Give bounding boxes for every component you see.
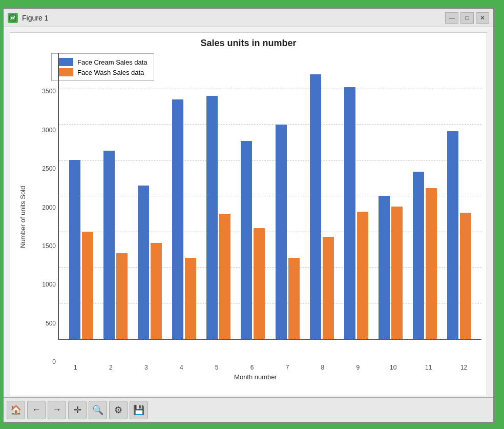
chart-container: Number of units Sold 0500100015002000250… [15, 53, 481, 381]
title-bar: Figure 1 — □ ✕ [4, 9, 493, 27]
window-icon [8, 13, 18, 23]
bar-face-cream [103, 151, 115, 339]
bar-face-cream [206, 96, 218, 339]
pan-button[interactable]: ✛ [68, 401, 87, 419]
bar-face-cream [447, 131, 458, 339]
y-tick-label: 1000 [42, 281, 56, 288]
x-tick-label: 12 [446, 362, 481, 371]
bar-group [64, 53, 98, 339]
bar-group [98, 53, 133, 339]
bar-face-wash [460, 213, 471, 339]
y-tick-label: 0 [52, 358, 56, 365]
bar-face-wash [116, 253, 128, 339]
y-axis-label: Number of units Sold [15, 53, 30, 381]
chart-title: Sales units in number [15, 38, 481, 49]
bar-face-cream [138, 186, 149, 339]
y-tick-labels: 0500100015002000250030003500 [30, 53, 58, 362]
x-axis-label: Month number [30, 373, 481, 381]
bar-group [201, 53, 236, 339]
chart-inner: 0500100015002000250030003500 12345678910… [30, 53, 481, 381]
bar-face-wash [219, 214, 230, 339]
x-labels-row: 123456789101112 [30, 362, 481, 371]
window-title: Figure 1 [22, 14, 445, 22]
bar-face-cream [413, 172, 424, 339]
x-tick-label: 10 [375, 362, 411, 371]
chart-plot: 0500100015002000250030003500 [30, 53, 481, 362]
x-tick-label: 5 [199, 362, 235, 371]
home-button[interactable]: 🏠 [7, 401, 25, 419]
maximize-button[interactable]: □ [460, 12, 474, 24]
bar-group [167, 53, 201, 339]
bar-face-wash [426, 188, 437, 339]
figure-window: Figure 1 — □ ✕ Sales units in number Fac… [3, 8, 494, 423]
chart-area: Sales units in number Face Cream Sales d… [10, 32, 487, 396]
bar-face-wash [357, 212, 368, 339]
close-button[interactable]: ✕ [476, 12, 489, 24]
bar-face-wash [185, 258, 196, 339]
back-button[interactable]: ← [27, 401, 46, 419]
bar-face-cream [344, 87, 355, 339]
x-tick-label: 1 [58, 362, 93, 371]
y-tick-label: 1500 [42, 242, 56, 250]
x-tick-label: 8 [305, 362, 340, 371]
bar-group [442, 53, 476, 339]
x-tick-label: 7 [270, 362, 305, 371]
bar-face-wash [288, 258, 300, 339]
bar-group [305, 53, 339, 339]
x-tick-label: 11 [411, 362, 446, 371]
x-tick-label: 9 [340, 362, 375, 371]
bar-face-wash [151, 243, 162, 339]
x-tick-label: 3 [129, 362, 164, 371]
y-grid-line [59, 339, 481, 339]
bars-area [59, 53, 481, 339]
y-tick-label: 2000 [42, 204, 56, 211]
x-tick-label: 2 [93, 362, 129, 371]
bar-group [339, 53, 373, 339]
settings-button[interactable]: ⚙ [109, 401, 128, 419]
bar-face-wash [323, 237, 334, 339]
forward-button[interactable]: → [48, 401, 66, 419]
minimize-button[interactable]: — [445, 12, 458, 24]
grid-bars [58, 53, 481, 340]
bar-face-cream [172, 99, 183, 339]
y-tick-label: 2500 [42, 165, 56, 172]
x-tick-label: 4 [164, 362, 199, 371]
bar-face-cream [241, 141, 252, 339]
bar-face-wash [254, 228, 265, 339]
y-tick-label: 3000 [42, 127, 56, 134]
y-tick-label: 500 [46, 320, 56, 327]
bar-face-cream [310, 74, 321, 339]
zoom-button[interactable]: 🔍 [89, 401, 107, 419]
bar-face-cream [276, 125, 287, 339]
save-button[interactable]: 💾 [130, 401, 148, 419]
bar-face-cream [379, 196, 390, 339]
y-tick-label: 3500 [42, 88, 56, 95]
window-controls: — □ ✕ [445, 12, 489, 24]
bar-group [373, 53, 408, 339]
bar-face-cream [69, 160, 80, 339]
bar-group [270, 53, 304, 339]
bar-group [236, 53, 270, 339]
toolbar: 🏠 ← → ✛ 🔍 ⚙ 💾 [4, 397, 493, 422]
bar-group [133, 53, 167, 339]
bar-face-wash [391, 207, 403, 339]
bar-group [408, 53, 442, 339]
x-tick-label: 6 [235, 362, 270, 371]
bar-face-wash [82, 232, 93, 339]
